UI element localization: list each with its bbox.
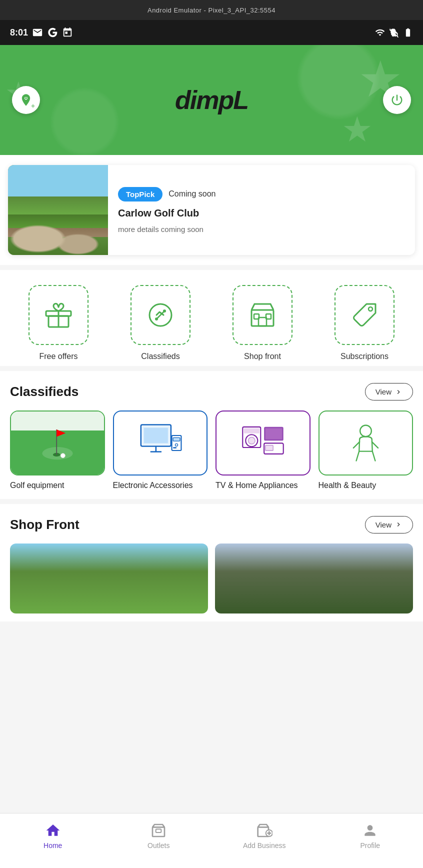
category-subscriptions[interactable]: Subscriptions — [316, 285, 413, 361]
classifieds-header: Classifieds View — [10, 383, 413, 400]
svg-point-17 — [60, 454, 65, 458]
calendar-icon — [62, 27, 73, 38]
toppick-card[interactable]: TopPick Coming soon Carlow Golf Club mor… — [8, 165, 415, 255]
subscriptions-icon-box — [334, 285, 394, 345]
content-area: TopPick Coming soon Carlow Golf Club mor… — [0, 155, 423, 692]
location-button[interactable] — [12, 86, 40, 114]
shop-image-1[interactable] — [10, 544, 208, 614]
svg-rect-34 — [265, 446, 272, 450]
signal-icon — [389, 28, 399, 38]
electronics-icon — [138, 420, 182, 466]
tv-appliances-icon — [240, 420, 286, 466]
google-icon — [47, 27, 58, 38]
shop-icon — [248, 300, 278, 330]
svg-rect-36 — [152, 827, 164, 836]
svg-point-0 — [25, 98, 27, 100]
status-right — [375, 28, 413, 38]
golf-label: Golf equipment — [10, 480, 105, 491]
power-button[interactable] — [383, 86, 411, 114]
nav-outlets[interactable]: Outlets — [106, 822, 212, 850]
classifieds-grid: Golf equipment — [10, 410, 413, 491]
svg-point-11 — [368, 307, 372, 311]
free-offers-label: Free offers — [39, 352, 78, 361]
shop-front-view-label: View — [376, 520, 392, 529]
svg-rect-8 — [258, 318, 266, 326]
toppick-badge-label: TopPick — [118, 187, 162, 202]
classified-golf[interactable]: Golf equipment — [10, 410, 105, 491]
shop-front-header: Shop Front View — [10, 516, 413, 534]
tv-label: TV & Home Appliances — [216, 480, 310, 491]
category-classifieds[interactable]: Classifieds — [112, 285, 209, 361]
nav-home[interactable]: Home — [0, 822, 106, 850]
chevron-right-icon — [394, 388, 402, 396]
golf-image — [10, 410, 105, 476]
category-shop-front[interactable]: Shop front — [214, 285, 311, 361]
health-image — [318, 410, 414, 476]
classifieds-icon — [146, 300, 176, 330]
classified-electronics[interactable]: Electronic Accessories — [113, 410, 208, 491]
classifieds-title: Classifieds — [10, 384, 78, 400]
svg-rect-37 — [156, 829, 162, 832]
shop-front-icon-box — [232, 285, 292, 345]
health-label: Health & Beauty — [318, 480, 414, 491]
svg-rect-20 — [144, 428, 168, 444]
categories-grid: Free offers Classifieds — [10, 285, 413, 361]
toppick-description: more details coming soon — [118, 225, 405, 234]
svg-rect-26 — [173, 447, 176, 448]
toppick-section: TopPick Coming soon Carlow Golf Club mor… — [0, 155, 423, 265]
wifi-icon — [375, 28, 385, 38]
toppick-image — [8, 165, 108, 255]
classified-tv[interactable]: TV & Home Appliances — [216, 410, 310, 491]
nav-home-label: Home — [44, 842, 62, 850]
subscriptions-label: Subscriptions — [340, 352, 388, 361]
svg-point-25 — [176, 444, 178, 446]
categories-section: Free offers Classifieds — [0, 270, 423, 366]
app-header: ★ ★ ★ dimpL — [0, 45, 423, 155]
shop-front-title: Shop Front — [10, 517, 80, 532]
classified-health[interactable]: Health & Beauty — [318, 410, 414, 491]
bottom-navigation: Home Outlets Add Business Profile — [0, 813, 423, 868]
classifieds-icon-box — [130, 285, 190, 345]
classifieds-view-label: View — [376, 388, 392, 396]
electronics-label: Electronic Accessories — [113, 480, 208, 491]
classifieds-view-button[interactable]: View — [365, 383, 413, 400]
svg-rect-32 — [265, 428, 282, 439]
gift-icon — [44, 300, 74, 330]
category-free-offers[interactable]: Free offers — [10, 285, 107, 361]
nav-profile-label: Profile — [360, 842, 380, 850]
toppick-badge-row: TopPick Coming soon — [118, 187, 405, 202]
app-logo: dimpL — [175, 85, 248, 115]
emulator-title-bar: Android Emulator - Pixel_3_API_32:5554 — [0, 0, 423, 20]
gmail-icon — [32, 27, 43, 38]
profile-icon — [362, 822, 378, 838]
status-left: 8:01 — [10, 27, 73, 38]
nav-add-business[interactable]: Add Business — [212, 822, 318, 850]
svg-point-30 — [248, 437, 255, 444]
shop-front-section: Shop Front View — [0, 504, 423, 622]
nav-profile[interactable]: Profile — [318, 822, 424, 850]
nav-add-business-label: Add Business — [243, 842, 286, 850]
free-offers-icon-box — [28, 285, 88, 345]
classifieds-section: Classifieds View — [0, 371, 423, 499]
svg-point-35 — [360, 425, 372, 436]
health-beauty-icon — [343, 420, 388, 466]
battery-icon — [403, 28, 413, 38]
shop-front-view-button[interactable]: View — [365, 516, 413, 534]
toppick-content: TopPick Coming soon Carlow Golf Club mor… — [108, 165, 415, 255]
shop-front-images — [10, 544, 413, 614]
classifieds-label: Classifieds — [141, 352, 180, 361]
add-business-icon — [256, 822, 272, 838]
svg-point-5 — [163, 310, 166, 312]
golf-equipment-icon — [35, 420, 80, 466]
shop-image-2[interactable] — [215, 544, 413, 614]
toppick-badge-text: Coming soon — [168, 190, 216, 198]
svg-point-6 — [155, 318, 158, 320]
svg-rect-24 — [173, 438, 180, 441]
shop-front-label: Shop front — [244, 352, 281, 361]
tag-icon — [350, 300, 380, 330]
golf-icon-background — [11, 412, 104, 474]
tv-image — [216, 410, 310, 476]
golf-course-image — [8, 165, 108, 255]
android-status-bar: 8:01 — [0, 20, 423, 45]
emulator-title: Android Emulator - Pixel_3_API_32:5554 — [148, 6, 276, 14]
